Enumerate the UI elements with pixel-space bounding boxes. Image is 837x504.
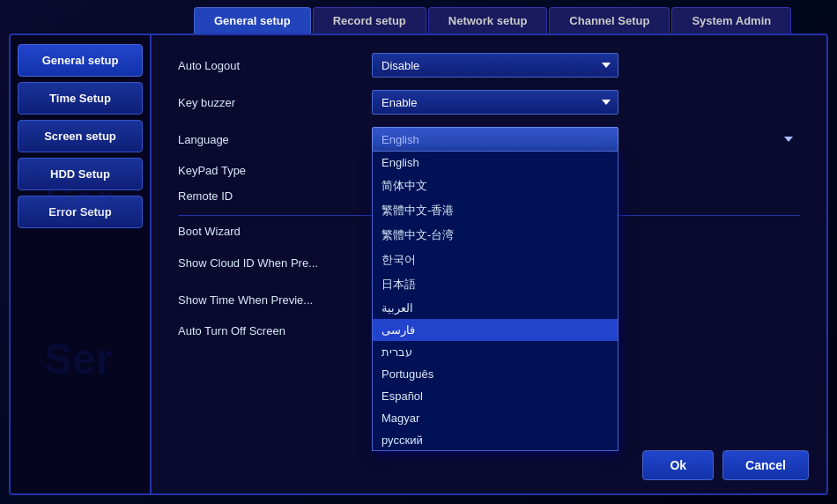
language-control: English English 简体中文 繁體中文-香港 繁體中文-台湾 한국어… [372,127,800,152]
tab-channel-setup[interactable]: Channel Setup [549,7,670,33]
lang-item-korean[interactable]: 한국어 [373,248,618,272]
show-cloud-id-label: Show Cloud ID When Pre... [178,256,372,270]
auto-logout-control: Disable [372,53,800,78]
lang-item-arabic[interactable]: العربية [373,297,618,319]
keypad-type-label: KeyPad Type [178,164,372,177]
bottom-bar: Ok Cancel [642,450,809,480]
language-row: Language English English 简体中文 繁體中文-香港 [178,127,800,152]
key-buzzer-dropdown[interactable]: Enable [372,90,618,115]
language-dropdown-list[interactable]: English 简体中文 繁體中文-香港 繁體中文-台湾 한국어 日本語 الع… [372,152,618,451]
tab-general-setup[interactable]: General setup [194,7,311,33]
boot-wizard-label: Boot Wizard [178,225,372,238]
settings-area: Auto Logout Disable Key buzzer Enable [152,35,826,493]
lang-item-traditional-chinese-hk[interactable]: 繁體中文-香港 [373,198,618,223]
tab-record-setup[interactable]: Record setup [313,7,426,33]
show-time-label: Show Time When Previe... [178,293,372,307]
ok-button[interactable]: Ok [642,450,714,480]
sidebar-item-time-setup[interactable]: Time Setup [18,82,143,115]
lang-item-spanish[interactable]: Español [373,385,618,407]
language-arrow-icon [784,137,793,142]
lang-item-traditional-chinese-tw[interactable]: 繁體中文-台湾 [373,223,618,248]
lang-item-farsi[interactable]: فارسی [373,319,618,341]
main-container: Ser Ser General setup Record setup Netwo… [0,0,837,504]
language-label: Language [178,133,372,146]
sidebar-item-hdd-setup[interactable]: HDD Setup [18,158,143,190]
sidebar: General setup Time Setup Screen setup HD… [11,35,152,493]
auto-logout-dropdown[interactable]: Disable [372,53,618,78]
auto-logout-row: Auto Logout Disable [178,53,800,78]
lang-item-hungarian[interactable]: Magyar [373,407,618,429]
sidebar-item-error-setup[interactable]: Error Setup [18,196,143,228]
key-buzzer-row: Key buzzer Enable [178,90,800,115]
auto-logout-arrow-icon [602,63,611,68]
key-buzzer-arrow-icon [602,100,611,105]
lang-item-portuguese[interactable]: Português [373,363,618,385]
lang-item-russian[interactable]: русский [373,429,618,451]
tab-system-admin[interactable]: System Admin [671,7,791,33]
content-area: General setup Time Setup Screen setup HD… [9,33,828,495]
lang-item-hebrew[interactable]: עברית [373,341,618,363]
lang-item-simplified-chinese[interactable]: 简体中文 [373,174,618,198]
key-buzzer-control: Enable [372,90,800,115]
lang-item-japanese[interactable]: 日本語 [373,272,618,297]
sidebar-item-screen-setup[interactable]: Screen setup [18,120,143,152]
auto-turn-off-label: Auto Turn Off Screen [178,324,372,337]
tab-network-setup[interactable]: Network setup [428,7,548,33]
remote-id-label: Remote ID [178,189,372,203]
key-buzzer-label: Key buzzer [178,96,372,109]
language-input-field[interactable]: English [372,127,618,152]
auto-logout-label: Auto Logout [178,59,372,72]
cancel-button[interactable]: Cancel [722,450,809,480]
lang-item-english[interactable]: English [373,152,618,174]
top-tabs: General setup Record setup Network setup… [0,0,837,33]
language-input-row: English English 简体中文 繁體中文-香港 繁體中文-台湾 한국어… [372,127,800,152]
sidebar-item-general-setup[interactable]: General setup [18,44,143,77]
